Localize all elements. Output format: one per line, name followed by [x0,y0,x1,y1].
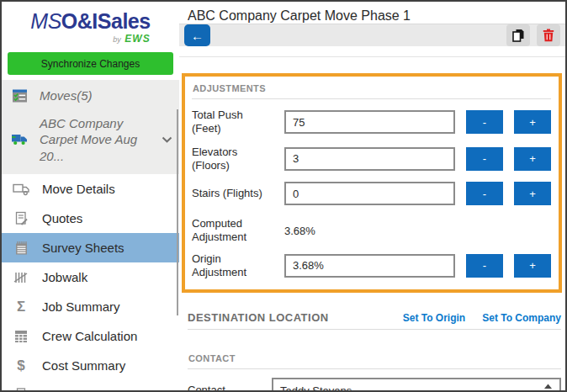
adjustments-panel: ADJUSTMENTS Total Push (Feet) - + Elevat… [182,73,562,293]
sidebar: MSO&ISales by EWS Synchronize Changes Mo… [2,2,179,390]
sidebar-item-quotes[interactable]: Quotes [2,204,179,233]
logo-wordmark: MSO&ISales [30,10,150,32]
computed-adjustment-value: 3.68% [284,225,455,237]
copy-pages-icon [511,29,525,42]
main-content: ABC Company Carpet Move Phase 1 ← [179,2,565,390]
contact-select[interactable]: Teddy Stevens [272,378,561,392]
active-move-header[interactable]: ABC Company Carpet Move Aug 20... [2,109,179,170]
total-push-increment-button[interactable]: + [514,110,551,134]
back-arrow-icon: ← [191,29,204,43]
stairs-label: Stairs (Flights) [192,187,273,200]
destination-location-heading: DESTINATION LOCATION [188,311,329,324]
synchronize-changes-button[interactable]: Synchronize Changes [8,52,173,75]
divider [188,329,561,330]
active-move-label: ABC Company Carpet Move Aug 20... [40,115,151,165]
sidebar-item-jobwalk[interactable]: Jobwalk [2,262,179,292]
elevators-increment-button[interactable]: + [514,147,551,171]
stairs-row: Stairs (Flights) - + [192,182,551,205]
contact-row: Contact Teddy Stevens [188,378,561,392]
checklist-icon [10,88,29,103]
computed-adjustment-row: Computed Adjustment 3.68% [192,217,551,245]
total-push-input[interactable] [284,110,455,134]
sidebar-item-job-summary[interactable]: Σ Job Summary [2,292,179,321]
elevators-input[interactable] [284,147,455,171]
total-push-label: Total Push (Feet) [192,109,273,136]
origin-adjustment-increment-button[interactable]: + [514,254,551,278]
sidebar-item-cost-summary[interactable]: $ Cost Summary [2,351,179,380]
moves-group: Moves(5) ABC Company Carpet Move Aug 20.… [2,80,179,174]
copy-button[interactable] [506,24,530,46]
sigma-icon: Σ [12,299,30,314]
total-push-row: Total Push (Feet) - + [192,109,551,136]
truck-icon [12,183,30,196]
divider [188,368,561,369]
contact-label: Contact [188,384,262,392]
logo-ews: EWS [125,33,150,45]
adjustments-heading: ADJUSTMENTS [192,81,551,98]
sidebar-item-survey-sheets[interactable]: Survey Sheets [2,233,179,262]
contact-section: CONTACT Contact Teddy Stevens [188,351,561,392]
elevators-decrement-button[interactable]: - [466,147,503,171]
contact-heading: CONTACT [188,351,561,368]
origin-adjustment-input[interactable] [284,254,455,278]
sidebar-item-label: Move Details [42,182,115,196]
tally-marks-icon [12,271,30,284]
contact-select-value: Teddy Stevens [280,384,543,392]
origin-adjustment-label: Origin Adjustment [192,252,252,280]
computed-adjustment-label: Computed Adjustment [192,217,252,245]
stairs-decrement-button[interactable]: - [466,182,503,205]
sidebar-item-label: Crew Calculation [42,329,137,343]
stairs-input[interactable] [284,182,455,205]
sidebar-item-label: Quotes [42,211,82,225]
delete-button[interactable] [537,24,560,46]
move-truck-icon [10,132,29,146]
stairs-increment-button[interactable]: + [514,182,551,205]
back-button[interactable]: ← [184,24,210,46]
destination-location-header: DESTINATION LOCATION Set To Origin Set T… [179,311,565,329]
moves-group-header[interactable]: Moves(5) [2,82,179,109]
logo-by: by [113,35,121,44]
set-to-company-link[interactable]: Set To Company [482,312,561,324]
toolbar: ← [179,24,565,46]
sidebar-item-label: Survey Sheets [42,241,125,255]
elevators-row: Elevators (Floors) - + [192,146,551,173]
elevators-label: Elevators (Floors) [192,146,273,173]
set-to-origin-link[interactable]: Set To Origin [403,312,465,324]
dollar-icon: $ [12,358,30,373]
quote-document-icon [12,211,30,226]
trash-icon [543,29,554,42]
calculator-grid-icon [12,330,30,343]
total-push-decrement-button[interactable]: - [466,110,503,134]
spinner-arrows-icon [543,384,553,392]
sidebar-item-crew-calculation[interactable]: Crew Calculation [2,321,179,351]
sidebar-scrollbar[interactable] [177,109,178,315]
sidebar-item-label: Cost Summary [42,358,125,373]
sidebar-item-move-details[interactable]: Move Details [2,174,179,204]
moves-group-label: Moves(5) [40,87,172,104]
origin-adjustment-row: Origin Adjustment - + [192,252,551,280]
sidebar-item-label: Jobwalk [42,270,87,284]
page-title: ABC Company Carpet Move Phase 1 [179,2,565,24]
chevron-down-icon[interactable] [162,136,172,143]
app-logo: MSO&ISales by EWS [2,2,179,49]
sidebar-item-print-move-summary[interactable]: Print Move Summary [2,380,179,392]
sidebar-item-label: Print Move Summary [42,388,160,392]
sidebar-item-label: Job Summary [42,299,120,314]
origin-adjustment-decrement-button[interactable]: - [466,254,503,278]
divider [192,98,551,99]
logo-oisales: O&ISales [61,9,151,33]
notepad-icon [12,241,30,256]
toolbar-divider [179,56,565,57]
logo-ms: MS [30,9,61,33]
printer-icon [12,388,30,392]
